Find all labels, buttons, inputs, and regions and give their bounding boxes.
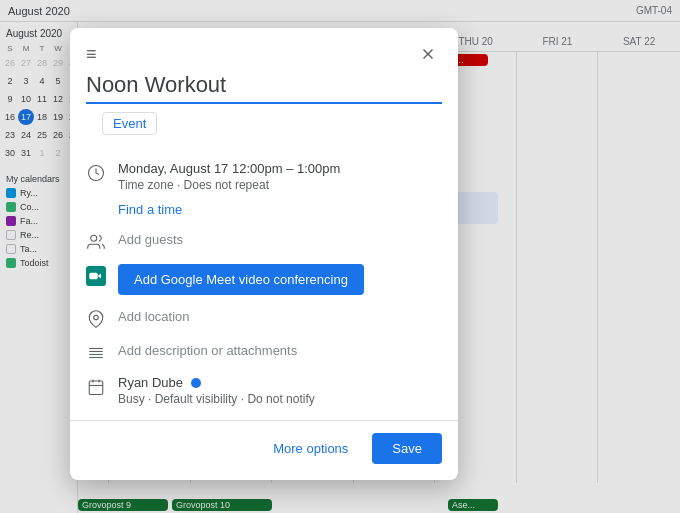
event-type-label: Event [113, 116, 146, 131]
save-button[interactable]: Save [372, 433, 442, 464]
location-icon [86, 309, 106, 329]
event-type-button[interactable]: Event [102, 112, 157, 135]
clock-icon [86, 163, 106, 183]
datetime-row: Monday, August 17 12:00pm – 1:00pm Time … [70, 155, 458, 198]
add-description-placeholder[interactable]: Add description or attachments [118, 343, 297, 358]
description-icon [86, 343, 106, 363]
meet-row-icon [86, 266, 106, 286]
calendar-owner-icon [86, 377, 106, 397]
add-location-row: Add location [70, 301, 458, 335]
add-location-content: Add location [118, 307, 442, 325]
find-time-row: Find a time [70, 198, 458, 224]
add-guests-placeholder[interactable]: Add guests [118, 232, 183, 247]
datetime-content: Monday, August 17 12:00pm – 1:00pm Time … [118, 161, 442, 192]
add-guests-content: Add guests [118, 230, 442, 248]
datetime-text[interactable]: Monday, August 17 12:00pm – 1:00pm [118, 161, 442, 176]
calendar-person-name[interactable]: Ryan Dube [118, 375, 183, 390]
event-title-input[interactable] [86, 72, 442, 104]
find-time-content: Find a time [118, 200, 442, 218]
modal-header: ≡ [70, 28, 458, 72]
guests-icon [86, 232, 106, 252]
drag-icon: ≡ [86, 44, 97, 65]
calendar-owner-row: Ryan Dube Busy · Default visibility · Do… [70, 369, 458, 412]
add-location-placeholder[interactable]: Add location [118, 309, 190, 324]
add-description-row: Add description or attachments [70, 335, 458, 369]
calendar-person-sub: Busy · Default visibility · Do not notif… [118, 392, 442, 406]
close-icon [419, 45, 437, 63]
svg-point-6 [94, 315, 99, 320]
more-options-button[interactable]: More options [257, 433, 364, 464]
find-time-icon-spacer [86, 202, 106, 222]
calendar-owner-content: Ryan Dube Busy · Default visibility · Do… [118, 375, 442, 406]
find-a-time-link[interactable]: Find a time [118, 202, 182, 217]
meet-button-container: Add Google Meet video conferencing [118, 264, 442, 295]
modal-close-button[interactable] [414, 40, 442, 68]
meet-row: Add Google Meet video conferencing [70, 258, 458, 301]
add-description-content: Add description or attachments [118, 341, 442, 359]
calendar-person-dot [191, 378, 201, 388]
svg-point-3 [91, 235, 97, 241]
add-meet-button[interactable]: Add Google Meet video conferencing [118, 264, 364, 295]
svg-rect-11 [89, 381, 103, 395]
event-type-container: Event [70, 112, 458, 155]
event-modal: ≡ Event Monday, August 17 12:00pm – 1:00… [70, 28, 458, 480]
modal-footer: More options Save [70, 420, 458, 464]
calendar-person-row: Ryan Dube [118, 375, 442, 390]
timezone-repeat-text[interactable]: Time zone · Does not repeat [118, 178, 442, 192]
meet-button-label: Add Google Meet video conferencing [134, 272, 348, 287]
svg-rect-5 [89, 273, 97, 280]
add-guests-row: Add guests [70, 224, 458, 258]
